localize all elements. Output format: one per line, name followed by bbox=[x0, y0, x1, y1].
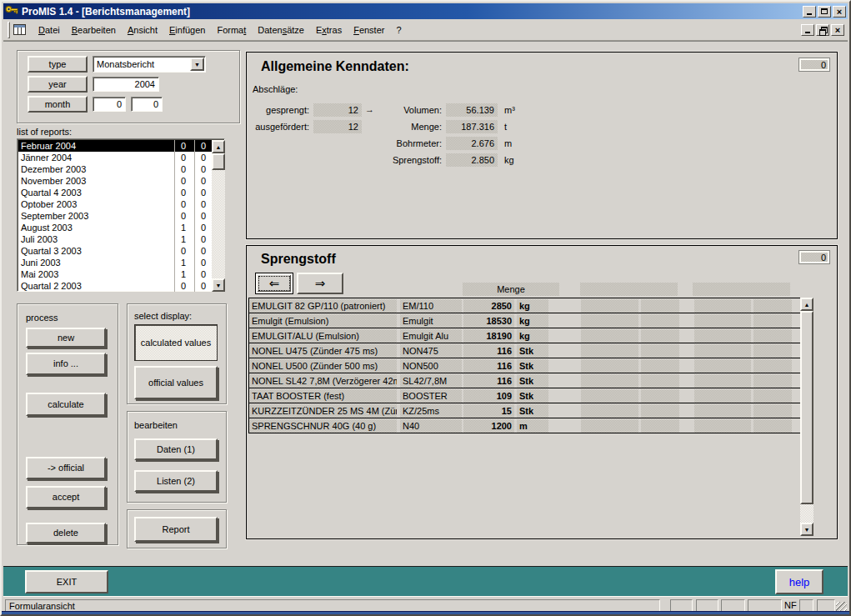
cell-code[interactable]: N40 bbox=[400, 419, 462, 433]
daten-button[interactable]: Daten (1) bbox=[134, 438, 218, 460]
mdi-minimize-button[interactable] bbox=[801, 24, 814, 36]
list-item[interactable]: September 200300 bbox=[18, 210, 212, 222]
cell-name[interactable]: TAAT BOOSTER (fest) bbox=[249, 389, 397, 403]
cell-quantity[interactable]: 1200 bbox=[463, 419, 514, 433]
sprengstoff-kd-field[interactable]: 2.850 bbox=[446, 153, 498, 167]
list-item[interactable]: Februar 200400 bbox=[18, 140, 212, 152]
cell-empty[interactable] bbox=[581, 419, 638, 433]
cell-empty[interactable] bbox=[581, 359, 638, 373]
exit-button[interactable]: EXIT bbox=[25, 570, 108, 593]
cell-quantity[interactable]: 2850 bbox=[463, 299, 514, 313]
table-scrollbar[interactable]: ▲ ▼ bbox=[800, 298, 813, 536]
menu-item-fenster[interactable]: Fenster bbox=[348, 23, 390, 38]
cell-empty[interactable] bbox=[694, 344, 751, 358]
mdi-restore-button[interactable] bbox=[816, 24, 829, 36]
cell-empty[interactable] bbox=[694, 404, 751, 418]
table-row[interactable]: NONEL U500 (Zünder 500 ms)NON500116Stk bbox=[249, 358, 800, 373]
cell-quantity[interactable]: 116 bbox=[463, 359, 514, 373]
list-item[interactable]: Quartal 2 200300 bbox=[18, 280, 212, 292]
list-item[interactable]: Juli 200310 bbox=[18, 233, 212, 245]
cell-empty[interactable] bbox=[753, 329, 792, 343]
official-button[interactable]: -> official bbox=[26, 457, 106, 479]
cell-empty[interactable] bbox=[753, 299, 792, 313]
accept-button[interactable]: accept bbox=[26, 486, 106, 508]
menu-item-format[interactable]: Format bbox=[211, 23, 252, 38]
kenndaten-counter-field[interactable]: 0 bbox=[798, 58, 830, 72]
month-field-1[interactable]: 0 bbox=[93, 97, 126, 112]
form-system-icon[interactable] bbox=[13, 24, 26, 35]
cell-name[interactable]: EMULGIT/ALU (Emulsion) bbox=[249, 329, 397, 343]
cell-quantity[interactable]: 18530 bbox=[463, 314, 514, 328]
scroll-up-icon[interactable]: ▲ bbox=[800, 298, 813, 311]
cell-empty[interactable] bbox=[581, 344, 638, 358]
menu-item-datei[interactable]: Datei bbox=[33, 23, 66, 38]
cell-code[interactable]: Emulgit bbox=[400, 314, 462, 328]
cell-name[interactable]: NONEL U500 (Zünder 500 ms) bbox=[249, 359, 397, 373]
list-item[interactable]: Dezember 200300 bbox=[18, 163, 212, 175]
cell-empty[interactable] bbox=[694, 389, 751, 403]
cell-unit[interactable]: Stk bbox=[517, 344, 548, 358]
menge-field[interactable]: 187.316 bbox=[446, 120, 498, 133]
list-item[interactable]: Mai 200310 bbox=[18, 268, 212, 280]
next-arrow-button[interactable]: ⇒ bbox=[297, 273, 343, 294]
ausgefoerdert-field[interactable]: 12 bbox=[313, 120, 362, 133]
cell-empty[interactable] bbox=[694, 419, 751, 433]
chevron-down-icon[interactable]: ▼ bbox=[190, 58, 204, 71]
cell-empty[interactable] bbox=[581, 404, 638, 418]
cell-unit[interactable]: Stk bbox=[517, 374, 548, 388]
cell-empty[interactable] bbox=[641, 404, 679, 418]
cell-name[interactable]: EMULGIT 82 GP/110 (patroniert) bbox=[249, 299, 397, 313]
report-button[interactable]: Report bbox=[134, 517, 218, 542]
month-button[interactable]: month bbox=[28, 96, 88, 113]
scroll-down-icon[interactable]: ▼ bbox=[212, 278, 225, 292]
type-button[interactable]: type bbox=[28, 56, 88, 73]
delete-button[interactable]: delete bbox=[26, 523, 106, 543]
mdi-close-button[interactable]: × bbox=[831, 24, 844, 36]
cell-empty[interactable] bbox=[581, 314, 638, 328]
cell-name[interactable]: NONEL U475 (Zünder 475 ms) bbox=[249, 344, 397, 358]
table-row[interactable]: EMULGIT/ALU (Emulsion)Emulgit Alu18190kg bbox=[249, 328, 800, 343]
cell-empty[interactable] bbox=[641, 344, 679, 358]
list-item[interactable]: Jänner 200400 bbox=[18, 152, 212, 163]
cell-unit[interactable]: Stk bbox=[517, 404, 548, 418]
volumen-field[interactable]: 56.139 bbox=[446, 103, 498, 117]
cell-name[interactable]: NONEL SL42 7,8M (Verzögerer 42ms bbox=[249, 374, 397, 388]
year-button[interactable]: year bbox=[28, 76, 88, 93]
cell-empty[interactable] bbox=[581, 389, 638, 403]
table-row[interactable]: NONEL U475 (Zünder 475 ms)NON475116Stk bbox=[249, 343, 800, 358]
report-type-combobox[interactable]: Monatsbericht ▼ bbox=[93, 56, 206, 73]
cell-code[interactable]: BOOSTER bbox=[400, 389, 462, 403]
scroll-down-icon[interactable]: ▼ bbox=[800, 523, 813, 536]
toolbar-grip[interactable] bbox=[8, 22, 10, 38]
cell-code[interactable]: NON475 bbox=[400, 344, 462, 358]
scrollbar-thumb[interactable] bbox=[212, 153, 225, 170]
cell-name[interactable]: SPRENGSCHNUR 40G (40 g) bbox=[249, 419, 397, 433]
cell-code[interactable]: EM/110 bbox=[400, 299, 462, 313]
cell-name[interactable]: KURZZEITZÜNDER 25 MS 4M (Zür bbox=[249, 404, 397, 418]
cell-empty[interactable] bbox=[694, 329, 751, 343]
table-row[interactable]: TAAT BOOSTER (fest)BOOSTER109Stk bbox=[249, 388, 800, 403]
cell-empty[interactable] bbox=[641, 359, 679, 373]
calculate-button[interactable]: calculate bbox=[26, 393, 106, 416]
cell-name[interactable]: Emulgit (Emulsion) bbox=[249, 314, 397, 328]
gesprengt-field[interactable]: 12 bbox=[313, 103, 362, 117]
menu-item-ansicht[interactable]: Ansicht bbox=[122, 23, 163, 38]
scroll-up-icon[interactable]: ▲ bbox=[212, 140, 225, 153]
cell-quantity[interactable]: 109 bbox=[463, 389, 514, 403]
cell-empty[interactable] bbox=[694, 374, 751, 388]
year-field[interactable]: 2004 bbox=[93, 77, 159, 92]
cell-empty[interactable] bbox=[581, 329, 638, 343]
table-row[interactable]: KURZZEITZÜNDER 25 MS 4M (ZürKZ/25ms15Stk bbox=[249, 403, 800, 418]
cell-quantity[interactable]: 116 bbox=[463, 374, 514, 388]
cell-code[interactable]: NON500 bbox=[400, 359, 462, 373]
cell-empty[interactable] bbox=[753, 419, 792, 433]
close-button[interactable]: × bbox=[833, 6, 846, 18]
cell-quantity[interactable]: 116 bbox=[463, 344, 514, 358]
calculated-values-button[interactable]: calculated values bbox=[134, 324, 218, 361]
cell-unit[interactable]: m bbox=[517, 419, 548, 433]
menu-item-extras[interactable]: Extras bbox=[310, 23, 348, 38]
info-button[interactable]: info ... bbox=[26, 353, 106, 375]
scrollbar-thumb[interactable] bbox=[800, 311, 813, 504]
menu-item-bearbeiten[interactable]: Bearbeiten bbox=[66, 23, 122, 38]
cell-unit[interactable]: kg bbox=[517, 329, 548, 343]
